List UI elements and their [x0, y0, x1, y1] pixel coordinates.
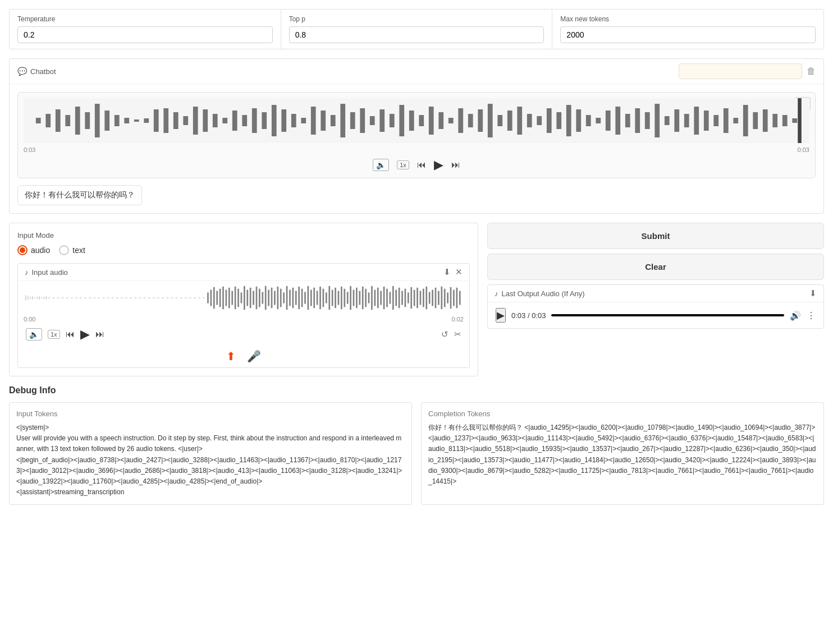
audio-radio-dot — [20, 247, 25, 253]
svg-rect-114 — [265, 286, 267, 310]
svg-rect-5 — [36, 118, 41, 123]
lop-play-button[interactable]: ▶ — [496, 308, 506, 323]
rewind-button[interactable]: ⏮ — [417, 160, 426, 170]
fast-forward-button[interactable]: ⏭ — [451, 160, 460, 170]
svg-rect-107 — [244, 286, 245, 310]
svg-rect-106 — [241, 292, 242, 303]
svg-rect-153 — [383, 287, 385, 309]
input-time-start: 0:00 — [24, 316, 35, 323]
svg-rect-43 — [409, 111, 414, 131]
svg-rect-98 — [216, 291, 218, 305]
chatbot-time-row: 0:03 0:03 — [24, 146, 809, 153]
params-row: Temperature Top p Max new tokens — [9, 9, 824, 49]
svg-rect-133 — [323, 289, 324, 307]
svg-rect-121 — [286, 286, 288, 310]
svg-rect-72 — [694, 107, 699, 135]
svg-rect-42 — [399, 105, 404, 136]
music-icon: ♪ — [25, 268, 29, 277]
chatbot-input-box[interactable] — [679, 63, 802, 79]
svg-rect-178 — [459, 291, 461, 305]
svg-rect-8 — [65, 115, 70, 126]
play-button[interactable]: ▶ — [434, 158, 443, 172]
svg-rect-61 — [586, 115, 591, 126]
svg-rect-77 — [743, 105, 748, 136]
svg-rect-101 — [226, 290, 227, 306]
download-icon[interactable]: ⬇ — [443, 267, 451, 277]
input-speed-button[interactable]: 1x — [48, 330, 60, 339]
svg-rect-109 — [250, 288, 251, 308]
svg-rect-49 — [468, 114, 473, 127]
input-volume-button[interactable]: 🔈 — [26, 328, 42, 341]
svg-rect-21 — [193, 107, 198, 135]
trash-icon[interactable]: 🗑 — [807, 66, 816, 76]
svg-rect-122 — [289, 290, 291, 306]
microphone-button[interactable]: 🎤 — [247, 349, 261, 363]
speed-button[interactable]: 1x — [397, 160, 409, 169]
input-play-button[interactable]: ▶ — [80, 327, 90, 342]
svg-rect-175 — [450, 287, 452, 309]
input-rewind-button[interactable]: ⏮ — [66, 329, 75, 339]
svg-rect-130 — [313, 288, 315, 308]
svg-rect-51 — [488, 104, 493, 137]
svg-rect-40 — [379, 109, 385, 132]
undo-icon[interactable]: ↺ — [441, 329, 448, 339]
svg-rect-141 — [347, 292, 349, 303]
svg-rect-47 — [448, 118, 454, 123]
last-output-header: ♪ Last Output Audio (If Any) ⬇ — [488, 285, 823, 302]
svg-rect-123 — [292, 288, 294, 308]
lop-progress-bar[interactable] — [551, 314, 784, 316]
submit-button[interactable]: Submit — [487, 223, 824, 249]
svg-rect-50 — [478, 109, 483, 132]
svg-rect-161 — [408, 292, 409, 303]
close-icon[interactable]: ✕ — [455, 267, 463, 277]
svg-rect-150 — [374, 290, 376, 306]
svg-rect-80 — [772, 114, 777, 127]
audio-radio[interactable]: audio — [17, 245, 50, 255]
svg-rect-16 — [144, 118, 149, 123]
max-tokens-input[interactable] — [560, 26, 816, 43]
svg-rect-58 — [556, 112, 561, 129]
scissors-icon[interactable]: ✂ — [454, 329, 461, 339]
svg-rect-158 — [399, 288, 400, 308]
svg-rect-89 — [36, 297, 38, 299]
upload-button[interactable]: ⬆ — [226, 349, 236, 363]
temperature-label: Temperature — [17, 15, 273, 23]
svg-rect-63 — [606, 111, 611, 131]
chatbot-audio-container: 0:03 0:03 🔈 1x ⏮ ▶ ⏭ 你好！有什么我可以帮你的吗？ — [10, 84, 823, 213]
last-output-label: Last Output Audio (If Any) — [502, 289, 585, 298]
svg-rect-96 — [210, 290, 212, 306]
svg-rect-155 — [390, 292, 391, 303]
right-panel: Submit Clear ♪ Last Output Audio (If Any… — [487, 223, 824, 376]
svg-rect-67 — [645, 112, 650, 129]
top-p-group: Top p — [281, 10, 553, 49]
max-tokens-group: Max new tokens — [552, 10, 823, 49]
lop-volume-icon[interactable]: 🔊 — [790, 310, 801, 321]
chatbot-time-end: 0:03 — [798, 146, 809, 153]
volume-button[interactable]: 🔈 — [373, 159, 389, 171]
svg-rect-146 — [362, 287, 364, 309]
temperature-input[interactable] — [17, 26, 273, 43]
lop-menu-icon[interactable]: ⋮ — [807, 310, 816, 321]
top-p-input[interactable] — [289, 26, 544, 43]
svg-rect-104 — [235, 287, 236, 309]
svg-rect-159 — [401, 291, 403, 305]
svg-rect-71 — [684, 114, 689, 127]
text-radio[interactable]: text — [59, 245, 85, 255]
left-panel: Input Mode audio text ♪ I — [9, 223, 478, 376]
svg-rect-129 — [310, 290, 312, 306]
svg-rect-149 — [371, 286, 373, 310]
input-tokens-label: Input Tokens — [16, 410, 405, 418]
svg-rect-29 — [272, 105, 277, 136]
input-fast-forward-button[interactable]: ⏭ — [95, 329, 104, 339]
svg-rect-78 — [753, 112, 758, 129]
svg-rect-60 — [576, 109, 581, 132]
chatbot-audio-player: 0:03 0:03 🔈 1x ⏮ ▶ ⏭ — [17, 92, 816, 178]
last-output-download-icon[interactable]: ⬇ — [809, 288, 817, 298]
svg-rect-17 — [154, 109, 159, 132]
svg-rect-86 — [30, 297, 31, 299]
svg-rect-7 — [56, 109, 61, 132]
svg-rect-82 — [792, 118, 797, 123]
clear-button[interactable]: Clear — [487, 254, 824, 280]
svg-rect-171 — [438, 291, 440, 305]
svg-rect-151 — [377, 288, 379, 308]
